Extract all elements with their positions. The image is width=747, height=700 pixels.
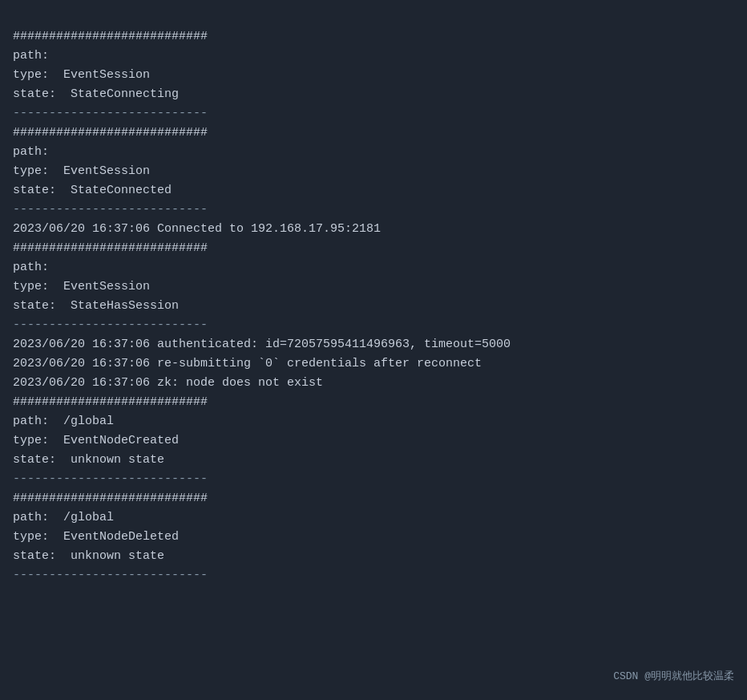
terminal-line: path: — [13, 47, 734, 66]
terminal-line: ########################### — [13, 123, 734, 143]
terminal-line: type: EventSession — [13, 277, 734, 297]
terminal-line: state: StateConnecting — [13, 85, 734, 104]
watermark: CSDN @明明就他比较温柔 — [613, 669, 734, 686]
terminal-line: type: EventNodeCreated — [13, 431, 734, 451]
terminal-line: type: EventSession — [13, 66, 734, 85]
terminal-line: --------------------------- — [13, 566, 734, 585]
terminal-line: ########################### — [13, 27, 734, 47]
terminal-line: type: EventNodeDeleted — [13, 528, 734, 547]
terminal-line: 2023/06/20 16:37:06 Connected to 192.168… — [13, 220, 734, 239]
terminal-line: type: EventSession — [13, 162, 734, 181]
terminal-line: --------------------------- — [13, 200, 734, 220]
terminal-line: --------------------------- — [13, 316, 734, 335]
terminal-line: path: — [13, 143, 734, 162]
terminal-line: --------------------------- — [13, 470, 734, 489]
terminal-line: state: unknown state — [13, 547, 734, 566]
terminal-line: 2023/06/20 16:37:06 authenticated: id=72… — [13, 335, 734, 354]
terminal-line: 2023/06/20 16:37:06 re-submitting `0` cr… — [13, 354, 734, 374]
terminal-line: path: — [13, 258, 734, 277]
terminal-line: ########################### — [13, 239, 734, 258]
terminal-line: state: StateConnected — [13, 181, 734, 200]
terminal-line: path: /global — [13, 412, 734, 431]
terminal-line: --------------------------- — [13, 104, 734, 123]
terminal-line: state: StateHasSession — [13, 297, 734, 316]
terminal-line: state: unknown state — [13, 451, 734, 470]
terminal-line: path: /global — [13, 508, 734, 528]
terminal-line: ########################### — [13, 489, 734, 508]
terminal-output: ###########################path:type: Ev… — [13, 8, 734, 585]
terminal-line: 2023/06/20 16:37:06 zk: node does not ex… — [13, 374, 734, 393]
terminal-line: ########################### — [13, 393, 734, 412]
